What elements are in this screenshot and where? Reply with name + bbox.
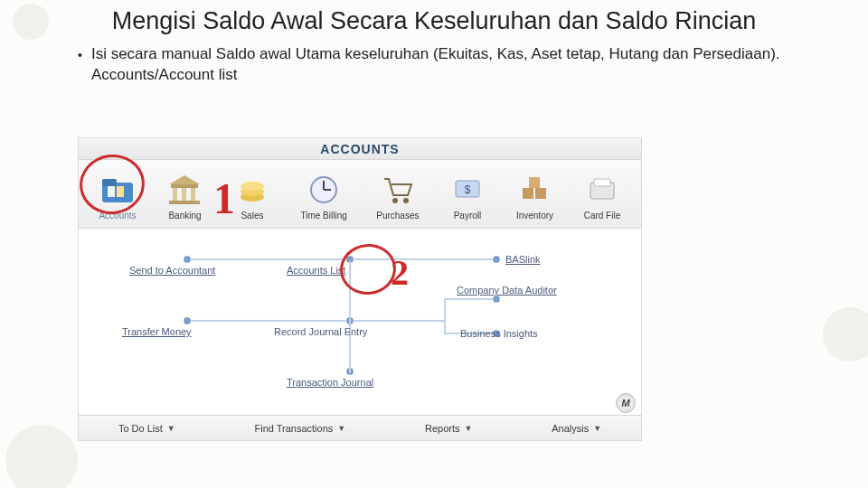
- nav-purchases[interactable]: Purchases: [376, 170, 419, 221]
- link-business-insights[interactable]: Business Insights: [460, 328, 538, 339]
- nav-toolbar: Accounts Banking Sales Time Billing: [79, 160, 641, 229]
- chevron-down-icon: ▼: [465, 424, 473, 433]
- svg-point-12: [241, 182, 264, 191]
- bottom-label: Analysis: [552, 423, 589, 434]
- brand-badge-icon: M: [616, 393, 636, 413]
- svg-point-17: [403, 198, 409, 203]
- svg-rect-7: [182, 188, 186, 201]
- bullet-block: • Isi secara manual Saldo awal Utama kes…: [0, 41, 868, 89]
- bottom-reports[interactable]: Reports ▼: [425, 423, 472, 434]
- link-transaction-journal[interactable]: Transaction Journal: [287, 377, 373, 388]
- nav-label: Purchases: [376, 211, 419, 221]
- bottom-label: To Do List: [118, 423, 163, 434]
- clock-icon: [305, 170, 343, 208]
- link-record-journal-entry[interactable]: Record Journal Entry: [274, 326, 367, 337]
- node-company-auditor: [494, 296, 500, 303]
- chevron-down-icon: ▼: [337, 424, 345, 433]
- bottom-label: Reports: [425, 423, 460, 434]
- nav-inventory[interactable]: Inventory: [515, 170, 553, 221]
- nav-label: Payroll: [454, 211, 482, 221]
- svg-rect-20: [523, 188, 533, 199]
- bullet-text: Isi secara manual Saldo awal Utama kesel…: [91, 44, 814, 86]
- nav-sales[interactable]: Sales: [233, 170, 271, 221]
- nav-label: Sales: [241, 211, 263, 221]
- connector: [354, 320, 444, 322]
- callout-number-2: 2: [391, 251, 409, 294]
- connector: [444, 298, 493, 300]
- node-baslink: [494, 257, 500, 263]
- svg-marker-4: [169, 175, 200, 184]
- nav-label: Card File: [584, 211, 621, 221]
- bottom-label: Find Transactions: [254, 423, 333, 434]
- callout-number-1: 1: [213, 174, 235, 223]
- svg-text:$: $: [465, 183, 471, 196]
- bank-icon: [165, 170, 203, 208]
- nav-payroll[interactable]: $ Payroll: [448, 170, 486, 221]
- chevron-down-icon: ▼: [167, 424, 175, 433]
- node-transfer-money: [184, 318, 191, 324]
- svg-rect-24: [594, 179, 610, 186]
- connector: [444, 298, 446, 334]
- nav-banking[interactable]: Banking: [165, 170, 203, 221]
- nav-label: Banking: [168, 211, 201, 221]
- svg-rect-5: [171, 184, 198, 188]
- link-company-data-auditor[interactable]: Company Data Auditor: [457, 285, 557, 296]
- connector: [191, 320, 346, 322]
- boxes-icon: [515, 170, 553, 208]
- link-send-to-accountant[interactable]: Send to Accountant: [129, 265, 215, 276]
- link-baslink[interactable]: BASlink: [505, 254, 541, 265]
- bottom-find[interactable]: Find Transactions ▼: [254, 423, 345, 434]
- chevron-down-icon: ▼: [593, 424, 601, 433]
- nav-timebilling[interactable]: Time Billing: [300, 170, 346, 221]
- svg-rect-6: [173, 188, 177, 201]
- window-titlebar: ACCOUNTS: [79, 138, 641, 160]
- nav-label: Inventory: [516, 211, 553, 221]
- nav-label: Time Billing: [300, 211, 346, 221]
- link-transfer-money[interactable]: Transfer Money: [122, 326, 192, 337]
- slide-title: Mengisi Saldo Awal Secara Keseluruhan da…: [0, 0, 868, 41]
- bullet-dot: •: [78, 44, 82, 64]
- svg-rect-9: [169, 201, 200, 204]
- node-send-to-accountant: [184, 257, 191, 263]
- link-accounts-list[interactable]: Accounts List: [287, 265, 345, 276]
- nav-cardfile[interactable]: Card File: [583, 170, 621, 221]
- svg-rect-8: [191, 188, 195, 201]
- payroll-icon: $: [448, 170, 486, 208]
- bottom-todo[interactable]: To Do List ▼: [118, 423, 175, 434]
- cart-icon: [379, 170, 417, 208]
- svg-point-16: [392, 198, 398, 203]
- svg-rect-22: [529, 177, 540, 188]
- window-title: ACCOUNTS: [320, 142, 399, 156]
- coins-icon: [233, 170, 271, 208]
- connector: [191, 258, 346, 260]
- svg-rect-21: [535, 188, 546, 199]
- bottom-analysis[interactable]: Analysis ▼: [552, 423, 601, 434]
- bottom-bar: To Do List ▼ Find Transactions ▼ Reports…: [79, 415, 641, 440]
- rolodex-icon: [583, 170, 621, 208]
